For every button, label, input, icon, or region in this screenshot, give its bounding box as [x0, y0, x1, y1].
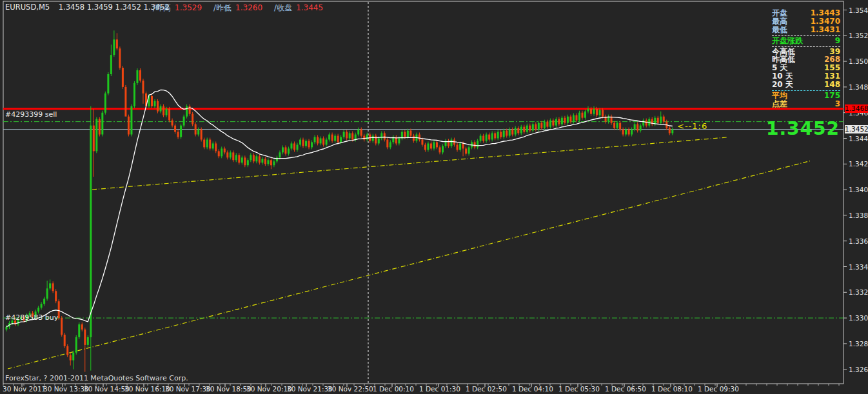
sell-order-label[interactable]: #4293399 sell [5, 110, 57, 119]
lower-trendline[interactable] [8, 161, 811, 369]
candlestick-series[interactable] [6, 30, 674, 371]
price-axis-label[interactable]: 1.3505 [849, 57, 868, 65]
candle-body [386, 139, 388, 147]
time-axis-label[interactable]: 30 Nov 16:10 [124, 385, 170, 393]
candle-body [375, 136, 377, 144]
candle-body [142, 81, 144, 94]
candle-body [136, 70, 138, 83]
price-axis-label[interactable]: 1.3405 [849, 186, 868, 193]
panel-stat-row: 最低1.3431 [772, 26, 840, 34]
time-axis-label[interactable]: 30 Nov 13:30 [43, 385, 89, 393]
candle-body [302, 139, 304, 146]
candle-body [311, 142, 313, 147]
candle-body [139, 70, 141, 81]
candle-body [636, 124, 638, 131]
price-axis-label[interactable]: 1.3305 [849, 314, 868, 322]
time-axis-label[interactable]: 1 Dec 01:30 [419, 385, 460, 393]
candle-body [511, 130, 513, 135]
price-axis-label[interactable]: 1.3265 [849, 366, 868, 373]
candle-body [590, 109, 592, 114]
candle-body [564, 118, 566, 123]
price-axis-label[interactable]: 1.3365 [849, 237, 868, 245]
time-axis-label[interactable]: 1 Dec 05:30 [558, 385, 600, 393]
candle-body [81, 324, 83, 330]
time-axis-label[interactable]: 30 Nov 2011 [3, 385, 46, 393]
candle-body [506, 131, 508, 136]
candle-body [267, 160, 269, 164]
time-axis-label[interactable]: 1 Dec 06:50 [605, 385, 646, 393]
price-axis-label[interactable]: 1.3545 [849, 6, 868, 14]
time-axis-label[interactable]: 30 Nov 20:10 [246, 385, 292, 393]
candle-body [482, 136, 484, 141]
candle-body [104, 94, 106, 113]
time-axis-label[interactable]: 1 Dec 08:10 [651, 385, 693, 393]
time-axis-label[interactable]: 1 Dec 09:30 [698, 385, 739, 393]
candle-body [561, 118, 563, 124]
candle-body [70, 355, 72, 360]
candle-body [573, 115, 575, 122]
time-axis-label[interactable]: 1 Dec 00:10 [373, 385, 414, 393]
time-axis-label[interactable]: 30 Nov 17:30 [165, 385, 211, 393]
price-axis-label[interactable]: 1.3525 [849, 32, 868, 39]
price-axis-label[interactable]: 1.3325 [849, 288, 868, 296]
symbol-timeframe-label: EURUSD,M5 [5, 3, 50, 12]
candle-body [201, 130, 202, 140]
risk-ratio-annotation[interactable]: <--1:6 [677, 121, 707, 131]
candle-body [558, 119, 560, 124]
time-axis-label[interactable]: 30 Nov 14:50 [84, 385, 130, 393]
candle-body [55, 291, 57, 301]
panel-stat-row: 最高1.3470 [772, 17, 840, 26]
candle-body [241, 157, 243, 163]
candle-body [602, 110, 604, 117]
upper-trendline[interactable] [92, 137, 727, 190]
price-tag: 1.3468 [845, 104, 868, 113]
candle-body [497, 132, 499, 139]
price-axis-label[interactable]: 1.3345 [849, 263, 868, 271]
time-axis-label[interactable]: 1 Dec 04:10 [512, 385, 553, 393]
price-axis-label[interactable]: 1.3445 [849, 135, 868, 143]
panel-stat-value: 1.3470 [811, 17, 840, 26]
time-axis-label[interactable]: 1 Dec 02:50 [466, 385, 507, 393]
candle-body [640, 126, 642, 131]
candle-body [587, 109, 589, 112]
candle-body [46, 288, 48, 299]
candle-body [183, 117, 185, 126]
price-axis-label[interactable]: 1.3425 [849, 160, 868, 168]
buy-order-label[interactable]: #4289583 buy [5, 313, 58, 322]
candle-body [622, 130, 624, 135]
price-axis-label[interactable]: 1.3485 [849, 83, 868, 91]
candle-body [407, 131, 409, 137]
prev-stat-item: /收盘1.3445 [274, 3, 323, 14]
candle-body [526, 126, 528, 132]
candle-body [317, 137, 319, 144]
candle-body [357, 130, 359, 135]
candle-body [462, 143, 464, 148]
candle-body [494, 133, 496, 139]
candle-body [166, 109, 168, 115]
panel-stat-label: 开盘 [772, 9, 787, 17]
candle-body [157, 101, 159, 112]
prev-stat-label: /收盘 [274, 3, 292, 12]
candle-body [468, 147, 470, 153]
panel-stat-row: 20 天148 [772, 81, 840, 89]
time-axis-label[interactable]: 30 Nov 21:30 [287, 385, 333, 393]
candle-body [404, 132, 406, 137]
candle-body [124, 87, 126, 117]
candle-body [378, 139, 380, 144]
panel-stat-label: 开盘涨跌 [772, 37, 803, 45]
candle-body [433, 142, 435, 148]
time-axis-label[interactable]: 30 Nov 22:50 [328, 385, 373, 393]
candle-body [544, 122, 546, 128]
candle-body [64, 335, 66, 346]
candle-body [247, 160, 249, 165]
time-axis-label[interactable]: 30 Nov 18:50 [206, 385, 252, 393]
price-axis-label[interactable]: 1.3385 [849, 212, 868, 219]
price-axis-label[interactable]: 1.3285 [849, 340, 868, 348]
candle-body [532, 124, 534, 131]
candle-body [250, 155, 252, 160]
candle-body [567, 117, 569, 123]
candlestick-chart-canvas[interactable] [0, 0, 868, 394]
candle-body [409, 131, 411, 136]
candle-body [413, 136, 415, 141]
moving-average-line[interactable] [6, 90, 673, 328]
